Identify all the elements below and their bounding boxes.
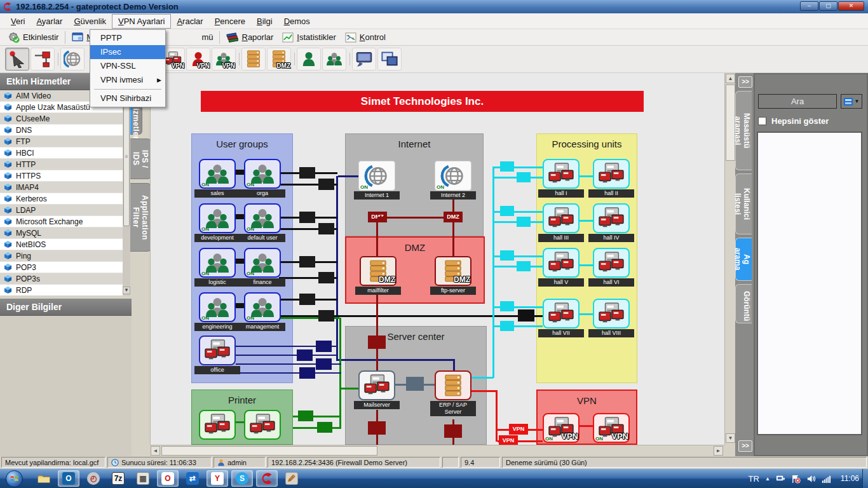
node-hall-2[interactable]: hall II	[593, 159, 630, 198]
node-vpn-2[interactable]: ON VPN	[593, 413, 630, 443]
node-printer-1[interactable]	[199, 410, 236, 440]
minimize-button[interactable]: –	[800, 1, 818, 11]
service-item[interactable]: DNS	[0, 125, 123, 136]
node-hall-7[interactable]: hall VII	[543, 299, 580, 337]
select-tool-button[interactable]	[5, 48, 29, 71]
service-item[interactable]: Ping	[0, 250, 123, 262]
taskbar-app-disc[interactable]: ◴	[83, 470, 104, 487]
connection-node[interactable]	[236, 170, 244, 175]
add-user-button[interactable]	[297, 48, 321, 71]
connection-node[interactable]	[299, 367, 315, 379]
node-erp-sap-server[interactable]: ERP / SAPServer	[435, 370, 471, 416]
vpn-connector[interactable]: VPN	[499, 435, 518, 445]
connection-node[interactable]	[517, 217, 531, 227]
connection-node[interactable]	[299, 212, 315, 223]
scroll-down-icon[interactable]: ▼	[123, 287, 130, 294]
node-internet-2[interactable]: ON Internet 2	[435, 161, 471, 200]
taskbar-opera[interactable]: O	[157, 470, 179, 487]
connection-node[interactable]	[368, 421, 386, 435]
node-internet-1[interactable]: ON Internet 1	[358, 161, 395, 200]
menu-demos[interactable]: Demos	[278, 15, 316, 28]
remote-desktop-icon[interactable]	[776, 474, 785, 484]
action-center-icon[interactable]	[791, 474, 801, 484]
control-button[interactable]: Kontrol	[341, 31, 390, 44]
show-all-checkbox[interactable]	[758, 117, 766, 125]
connection-node[interactable]	[444, 424, 462, 438]
show-desktop-button[interactable]	[862, 469, 868, 488]
connection-node[interactable]	[297, 349, 313, 361]
taskbar-clock[interactable]: 11:06	[841, 474, 859, 483]
service-item[interactable]: MySQL	[0, 227, 123, 239]
tab-application-filter[interactable]: Application Filter	[130, 183, 151, 252]
connection-node[interactable]	[299, 167, 315, 179]
menu-araclar[interactable]: Araclar	[171, 15, 208, 28]
tab-ips-ids[interactable]: IPS / IDS	[130, 139, 151, 179]
tab-user-list[interactable]: Kullanici listesi	[735, 173, 752, 234]
scroll-up-icon[interactable]: ▲	[726, 74, 735, 83]
service-item[interactable]: HTTP	[0, 159, 123, 170]
connection-node[interactable]	[368, 336, 386, 349]
connection-node[interactable]	[500, 301, 514, 311]
connection-node[interactable]	[318, 272, 334, 283]
taskbar-skype[interactable]: S	[231, 470, 253, 487]
node-hall-3[interactable]: hall III	[543, 203, 580, 242]
start-button[interactable]	[3, 470, 25, 487]
node-office[interactable]: office	[199, 336, 236, 374]
vpn-connector[interactable]: VPN	[509, 424, 528, 435]
connection-node[interactable]	[500, 206, 514, 216]
connection-node[interactable]	[317, 422, 332, 433]
maximize-button[interactable]: ▢	[819, 1, 837, 11]
node-mailfilter[interactable]: DMZ mailfilter	[360, 256, 397, 295]
add-user-group-button[interactable]	[322, 48, 346, 71]
node-user-group-engineering[interactable]: ON engineering	[199, 292, 236, 331]
service-item[interactable]: Microsoft Exchange	[0, 216, 123, 227]
service-item[interactable]: CUseeMe	[0, 113, 123, 125]
node-hall-4[interactable]: hall IV	[593, 203, 630, 242]
dmz-connector[interactable]: DMZ	[444, 212, 463, 222]
search-results-list[interactable]	[757, 132, 862, 435]
collapse-panel-button[interactable]: >>	[738, 76, 752, 88]
connection-node[interactable]	[500, 250, 514, 261]
menu-item-vpn-ssl[interactable]: VPN-SSL	[90, 59, 165, 73]
menu-guvenlik[interactable]: Güvenlik	[68, 15, 112, 28]
canvas-horizontal-scrollbar[interactable]: ◄ ►	[150, 445, 724, 456]
node-user-group-development[interactable]: ON development	[199, 203, 236, 242]
connection-node[interactable]	[299, 294, 315, 305]
service-item[interactable]: RDP	[0, 285, 123, 295]
connection-node[interactable]	[316, 358, 332, 370]
connection-node[interactable]	[500, 321, 514, 331]
add-server-button[interactable]	[241, 48, 266, 71]
connection-node[interactable]	[298, 410, 313, 421]
menu-ayarlar[interactable]: Ayarlar	[31, 15, 68, 28]
connection-node[interactable]	[406, 377, 424, 391]
connection-tool-button[interactable]	[31, 48, 55, 71]
connection-node[interactable]	[299, 256, 315, 268]
volume-icon[interactable]	[806, 474, 816, 484]
node-user-group-logistic[interactable]: ON logistic	[199, 248, 236, 287]
tab-desktop-search[interactable]: Masaüstü aramasi	[735, 91, 752, 170]
service-item[interactable]: Kerberos	[0, 193, 123, 205]
menu-veri[interactable]: Veri	[5, 15, 31, 28]
node-user-group-finance[interactable]: ON finance	[244, 248, 281, 287]
node-hall-5[interactable]: hall V	[543, 248, 580, 287]
services-scrollbar[interactable]: ≡ ▼	[123, 90, 130, 295]
network-canvas[interactable]: Simet Technologies Inc. User groups Inte…	[150, 73, 724, 445]
view-button-truncated[interactable]: mü	[197, 31, 217, 43]
menu-item-ipsec[interactable]: IPsec	[90, 45, 165, 59]
taskbar-teamviewer[interactable]: ⇄	[182, 470, 203, 487]
node-mailserver[interactable]: Mailserver	[358, 370, 395, 409]
node-hall-8[interactable]: hall VIII	[593, 299, 630, 337]
search-button[interactable]: Ara	[758, 94, 837, 109]
scroll-right-icon[interactable]: ►	[714, 446, 723, 456]
scrollbar-thumb[interactable]: ≡	[123, 93, 130, 226]
node-printer-2[interactable]	[244, 410, 281, 440]
add-internet-button[interactable]	[60, 48, 85, 71]
connection-node[interactable]	[517, 172, 531, 182]
monitor-tool-button[interactable]	[352, 48, 376, 71]
connection-node[interactable]	[236, 259, 244, 264]
connection-node[interactable]	[316, 341, 332, 352]
service-item[interactable]: HBCI	[0, 147, 123, 159]
window-layout-button[interactable]	[377, 48, 402, 71]
connection-node[interactable]	[517, 261, 531, 271]
view-mode-button[interactable]: ▼	[841, 94, 862, 109]
